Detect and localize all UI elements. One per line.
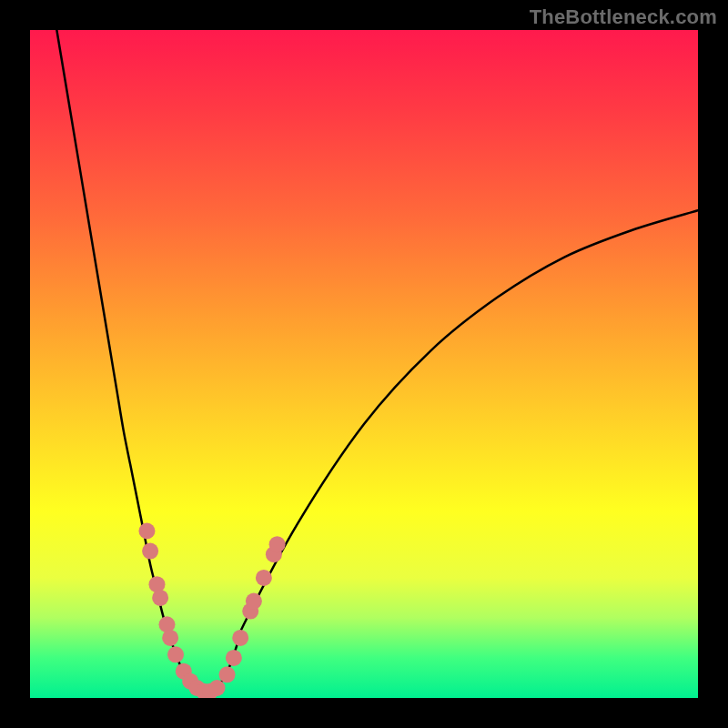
plot-area [30,30,698,698]
attribution-label: TheBottleneck.com [530,5,717,29]
curve-canvas [30,30,698,698]
chart-wrapper: TheBottleneck.com [0,0,728,728]
